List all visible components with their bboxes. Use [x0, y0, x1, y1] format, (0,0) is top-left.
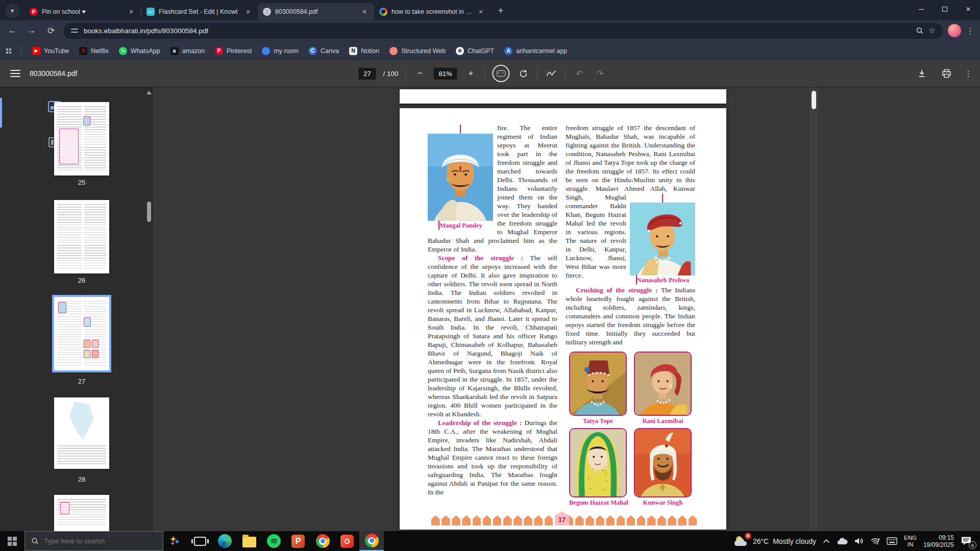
chrome-icon — [365, 534, 379, 547]
taskbar-file-explorer-button[interactable] — [237, 531, 261, 551]
thumbnail-gutter — [82, 105, 84, 172]
sparkle-icon: ✦ ✦ ✦ — [169, 535, 182, 548]
task-view-button[interactable] — [188, 531, 212, 551]
taskbar-weather-widget[interactable]: 6 26°C Mostly cloudy — [733, 535, 816, 548]
close-button[interactable]: ✕ — [957, 0, 980, 18]
sidebar-scrollbar-thumb[interactable] — [147, 202, 151, 222]
body-text: The Indians whole heartedly fought again… — [566, 286, 695, 346]
pdf-viewer-area: 25 26 27 28 — [0, 87, 980, 531]
figure-caption: Mangal Pandey — [439, 222, 482, 229]
zoom-level-input[interactable] — [433, 68, 457, 80]
print-icon[interactable] — [940, 67, 953, 80]
tab-pin-on-school[interactable]: P Pin on school ♥ ✕ — [24, 3, 141, 20]
tab-close-icon[interactable]: ✕ — [476, 7, 485, 16]
bookmark-chatgpt[interactable]: ✻ChatGPT — [456, 47, 494, 55]
toolbar-separator — [565, 68, 566, 79]
zoom-in-button[interactable]: + — [464, 67, 477, 80]
canva-icon: C — [309, 47, 317, 55]
bookmark-notion[interactable]: NNotion — [349, 47, 379, 55]
search-input[interactable] — [44, 537, 146, 545]
tab-screenshot-search[interactable]: how to take screenshot in short ✕ — [374, 3, 491, 20]
browser-menu-icon[interactable]: ⋮ — [966, 26, 975, 36]
touch-keyboard-icon[interactable] — [887, 537, 897, 545]
thumbnail-page-29[interactable] — [54, 495, 109, 531]
minimize-button[interactable] — [910, 0, 933, 18]
red-app-icon — [340, 535, 354, 548]
back-icon[interactable]: ← — [5, 23, 19, 38]
site-info-icon[interactable] — [70, 27, 79, 35]
pdf-more-menu-icon[interactable]: ⋮ — [964, 69, 973, 79]
tab-pdf-active[interactable]: 803000584.pdf ✕ — [258, 3, 374, 20]
taskbar: ✦ ✦ ✦ P 6 26°C Mostly cloudy — [0, 531, 980, 551]
thumbnail-page-25[interactable] — [54, 102, 109, 176]
bookmark-label: YouTube — [44, 47, 69, 55]
thumbnail-label: 28 — [54, 475, 109, 483]
omnibox[interactable]: books.ebalbharati.in/pdfs/803000584.pdf … — [63, 23, 943, 39]
bookmarks-separator — [21, 46, 22, 56]
forward-icon[interactable]: → — [24, 23, 39, 38]
main-scrollbar[interactable] — [810, 87, 818, 531]
tab-close-icon[interactable]: ✕ — [243, 7, 253, 16]
download-icon[interactable] — [915, 67, 928, 80]
weather-badge: 6 — [745, 533, 751, 539]
onedrive-cloud-icon[interactable] — [837, 537, 848, 545]
taskbar-spotify-button[interactable] — [261, 531, 286, 551]
apps-grid-icon[interactable] — [6, 48, 11, 54]
taskbar-powerpoint-button[interactable]: P — [286, 531, 310, 551]
bookmark-youtube[interactable]: ▶YouTube — [32, 47, 69, 55]
figure-caption: Nanasaheb Peshwa — [637, 277, 689, 284]
zoom-out-button[interactable]: − — [413, 67, 426, 80]
search-in-page-icon[interactable] — [916, 27, 924, 35]
bookmarks-bar: ▶YouTube NNetflix WhatsApp aamazon PPint… — [0, 41, 980, 60]
bookmark-whatsapp[interactable]: WhatsApp — [119, 47, 160, 55]
sidebar-scrollbar[interactable] — [146, 87, 152, 531]
volume-icon[interactable] — [854, 537, 864, 545]
taskbar-edge-button[interactable] — [212, 531, 237, 551]
tray-expand-chevron-icon[interactable] — [823, 539, 830, 543]
taskbar-chrome-active-button[interactable] — [359, 531, 384, 551]
profile-avatar[interactable] — [948, 24, 961, 37]
thumbnail-page-26[interactable] — [54, 200, 109, 273]
pdf-page-27: Mangal Pandey fire. The entire regiment … — [400, 108, 726, 530]
rotate-icon[interactable] — [517, 67, 530, 80]
taskbar-red-app-button[interactable] — [335, 531, 359, 551]
redo-icon[interactable]: ↷ — [593, 67, 606, 80]
tab-flashcard-knowt[interactable]: Flashcard Set - Edit | Knowt ✕ — [141, 3, 258, 20]
fit-to-page-button[interactable] — [492, 65, 509, 82]
annotate-icon[interactable] — [545, 67, 558, 80]
pinterest-favicon-icon: P — [30, 8, 38, 16]
maximize-button[interactable] — [933, 0, 957, 18]
scroll-up-icon[interactable] — [146, 91, 152, 94]
bookmark-netflix[interactable]: NNetflix — [79, 47, 109, 55]
thumbnail-page-27-selected[interactable] — [54, 297, 109, 370]
bookmark-my-room[interactable]: my room — [262, 47, 299, 55]
tab-close-icon[interactable]: ✕ — [127, 7, 136, 16]
taskbar-clock[interactable]: 09:15 19/09/2025 — [923, 534, 954, 548]
reload-icon[interactable]: ⟳ — [44, 23, 58, 38]
bookmark-star-icon[interactable]: ☆ — [929, 26, 936, 35]
bookmark-pinterest[interactable]: PPinterest — [215, 47, 252, 55]
bookmark-amazon[interactable]: aamazon — [170, 47, 205, 55]
tab-search-button[interactable]: ▾ — [5, 4, 19, 18]
bookmark-structured-web[interactable]: Structured Web — [389, 47, 446, 55]
main-scrollbar-thumb[interactable] — [812, 91, 816, 109]
taskbar-search-box[interactable] — [24, 531, 163, 551]
pdf-menu-icon[interactable] — [10, 70, 20, 77]
taskbar-chrome-button[interactable] — [310, 531, 335, 551]
undo-icon[interactable]: ↶ — [573, 67, 586, 80]
bookmark-canva[interactable]: CCanva — [309, 47, 339, 55]
bookmark-arihantcarmel[interactable]: Aarihantcarmel app — [504, 47, 567, 55]
tab-title: Pin on school ♥ — [42, 8, 122, 15]
section-heading: Scope of the struggle : — [438, 254, 523, 262]
action-center-button[interactable]: 6 — [961, 536, 973, 546]
new-tab-button[interactable]: + — [494, 4, 508, 18]
language-indicator[interactable]: ENG IN — [904, 535, 917, 548]
tab-close-icon[interactable]: ✕ — [360, 7, 369, 16]
youtube-icon: ▶ — [32, 47, 40, 55]
page-number-input[interactable] — [358, 68, 376, 80]
copilot-button[interactable]: ✦ ✦ ✦ — [163, 531, 188, 551]
network-icon[interactable] — [870, 537, 880, 545]
system-tray: 6 26°C Mostly cloudy ENG IN 09:15 19/09/… — [733, 531, 980, 551]
start-button[interactable] — [0, 531, 24, 551]
thumbnail-page-28[interactable] — [54, 397, 109, 469]
